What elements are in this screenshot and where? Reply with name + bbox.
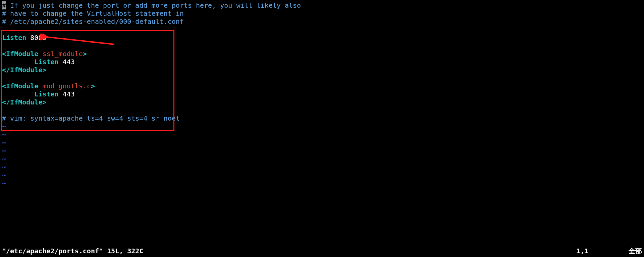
- angle-close: >: [42, 98, 46, 106]
- port-value: 8080: [30, 34, 46, 42]
- angle-close: >: [83, 50, 87, 58]
- keyword-listen: Listen: [2, 34, 26, 42]
- keyword-ifmodule: IfModule: [10, 66, 42, 74]
- port-value: 443: [63, 90, 75, 98]
- port-value: 443: [63, 58, 75, 66]
- code-line: # have to change the VirtualHost stateme…: [2, 9, 642, 17]
- keyword-listen: Listen: [34, 90, 58, 98]
- blank-line: [2, 42, 642, 50]
- module-name: mod_gnutls.c: [42, 82, 91, 90]
- comment-text: # have to change the VirtualHost stateme…: [2, 9, 184, 17]
- angle-open: </: [2, 66, 10, 74]
- module-name: ssl_module: [42, 50, 83, 58]
- status-scroll: 全部: [629, 247, 642, 255]
- terminal-viewport[interactable]: # If you just change the port or add mor…: [0, 0, 644, 257]
- code-line: Listen 443: [2, 90, 642, 98]
- tilde-line: ~: [2, 122, 642, 130]
- code-line: # If you just change the port or add mor…: [2, 1, 642, 9]
- status-position: 1,1: [576, 247, 588, 255]
- blank-line: [2, 74, 642, 82]
- tilde-line: ~: [2, 130, 642, 138]
- angle-open: </: [2, 98, 10, 106]
- tilde-line: ~: [2, 179, 642, 187]
- tilde-line: ~: [2, 155, 642, 163]
- angle-open: <: [2, 82, 6, 90]
- status-file: "/etc/apache2/ports.conf" 15L, 322C: [2, 247, 143, 255]
- keyword-listen: Listen: [34, 58, 58, 66]
- angle-open: <: [2, 50, 6, 58]
- code-line: </IfModule>: [2, 98, 642, 106]
- code-line: # vim: syntax=apache ts=4 sw=4 sts=4 sr …: [2, 114, 642, 122]
- angle-close: >: [42, 66, 46, 74]
- code-line: Listen 443: [2, 58, 642, 66]
- keyword-ifmodule: IfModule: [6, 50, 38, 58]
- code-line: <IfModule ssl_module>: [2, 50, 642, 58]
- tilde-line: ~: [2, 146, 642, 155]
- keyword-ifmodule: IfModule: [6, 82, 38, 90]
- comment-text: If you just change the port or add more …: [6, 1, 301, 9]
- blank-line: [2, 26, 642, 34]
- blank-line: [2, 106, 642, 114]
- status-bar: "/etc/apache2/ports.conf" 15L, 322C 1,1 …: [2, 247, 642, 255]
- code-line: <IfModule mod_gnutls.c>: [2, 82, 642, 90]
- tilde-line: ~: [2, 171, 642, 179]
- tilde-line: ~: [2, 138, 642, 146]
- comment-text: # /etc/apache2/sites-enabled/000-default…: [2, 17, 184, 26]
- comment-text: # vim: syntax=apache ts=4 sw=4 sts=4 sr …: [2, 114, 180, 122]
- tilde-line: ~: [2, 163, 642, 171]
- keyword-ifmodule: IfModule: [10, 98, 42, 106]
- angle-close: >: [91, 82, 95, 90]
- code-line: Listen 8080: [2, 34, 642, 42]
- cursor: #: [2, 1, 6, 9]
- code-line: </IfModule>: [2, 66, 642, 74]
- code-line: # /etc/apache2/sites-enabled/000-default…: [2, 17, 642, 26]
